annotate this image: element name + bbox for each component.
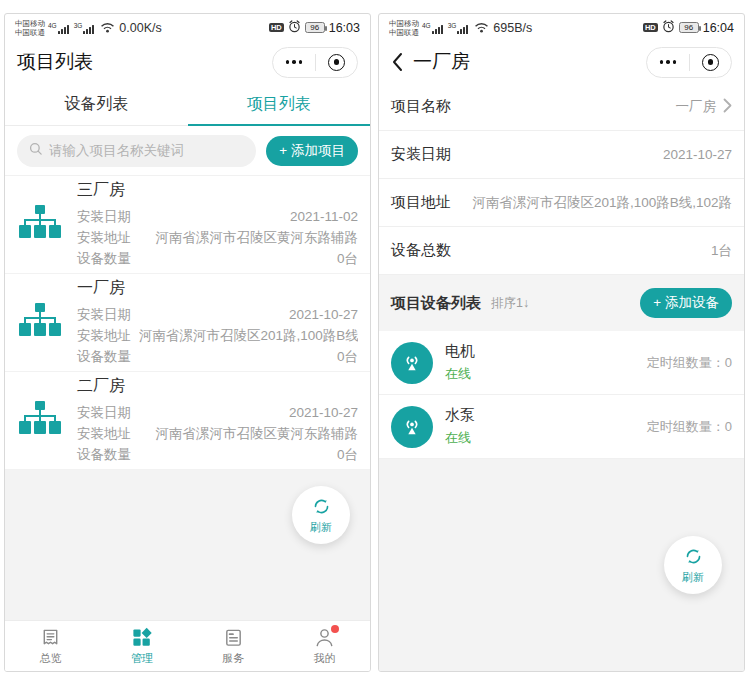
refresh-button[interactable]: 刷新 [664,536,722,594]
more-icon [286,60,303,64]
target-icon [702,54,719,71]
refresh-icon [311,496,332,519]
field-row-project-name[interactable]: 项目名称 一厂房 [379,83,744,131]
battery-icon: 96 [305,22,325,33]
screen-project-detail: 中国移动 中国联通 4G 3G 695B/s HD 96 16:04 [378,13,745,672]
clock-time: 16:03 [329,21,360,35]
project-card[interactable]: 二厂房 安装日期2021-10-27 安装地址河南省漯河市召陵区黄河东路辅路 设… [5,372,370,470]
device-list-section-header: 项目设备列表 排序1↓ + 添加设备 [379,275,744,331]
battery-icon: 96 [679,22,699,33]
field-label: 设备数量 [77,346,131,367]
capsule-close-button[interactable] [316,48,358,77]
field-label: 设备数量 [77,248,131,269]
notification-badge [331,625,339,633]
person-icon [314,627,335,649]
sitemap-icon [17,303,63,343]
sitemap-icon [17,205,63,245]
signal-bars-icon: 4G [422,22,444,34]
field-label: 安装地址 [77,227,131,248]
page-title: 一厂房 [413,49,470,75]
search-row: + 添加项目 [5,126,370,176]
nav-header: 项目列表 [5,41,370,83]
hd-badge-icon: HD [269,23,284,33]
clock-time: 16:04 [703,21,734,35]
tab-device-list[interactable]: 设备列表 [5,83,188,125]
tab-mine[interactable]: 我的 [279,621,370,671]
project-name: 三厂房 [77,180,358,201]
device-row[interactable]: 电机 在线 定时组数量：0 [379,331,744,395]
field-value: 0台 [139,444,358,465]
field-value: 0台 [139,346,358,367]
timer-group-count: 定时组数量：0 [647,418,732,436]
bottom-tab-bar: 总览 管理 服务 我的 [5,620,370,671]
refresh-button[interactable]: 刷新 [292,486,350,544]
tab-label: 我的 [313,651,335,666]
add-device-button[interactable]: + 添加设备 [640,288,732,318]
device-status: 在线 [445,429,475,447]
field-label: 安装地址 [77,325,131,346]
tab-service[interactable]: 服务 [188,621,279,671]
target-icon [328,54,345,71]
top-tabs: 设备列表 项目列表 [5,83,370,126]
tab-label: 服务 [222,651,244,666]
sitemap-icon [17,401,63,441]
signal-bars-icon: 4G [48,22,70,34]
project-card[interactable]: 一厂房 安装日期2021-10-27 安装地址河南省漯河市召陵区201路,100… [5,274,370,372]
alarm-clock-icon [288,20,301,36]
more-icon [660,60,677,64]
broadcast-icon [391,406,433,448]
tab-manage[interactable]: 管理 [96,621,187,671]
field-value: 河南省漯河市召陵区201路,100路B线,102路 [472,194,732,212]
nav-header: 一厂房 [379,41,744,83]
device-name: 电机 [445,342,475,361]
timer-group-count: 定时组数量：0 [647,354,732,372]
tab-overview[interactable]: 总览 [5,621,96,671]
field-value: 河南省漯河市召陵区201路,100路B线,102路 [139,325,358,346]
empty-area: 刷新 [5,470,370,620]
project-name: 二厂房 [77,376,358,397]
device-row[interactable]: 水泵 在线 定时组数量：0 [379,395,744,459]
field-label: 安装日期 [77,402,131,423]
search-icon [29,142,43,160]
project-card[interactable]: 三厂房 安装日期2021-11-02 安装地址河南省漯河市召陵区黄河东路辅路 设… [5,176,370,274]
service-doc-icon [223,627,244,649]
sort-toggle[interactable]: 排序1↓ [491,295,529,312]
field-row-install-date: 安装日期 2021-10-27 [379,131,744,179]
chevron-right-icon [723,98,732,116]
field-value: 河南省漯河市召陵区黄河东路辅路 [139,423,358,444]
field-label: 设备数量 [77,444,131,465]
field-value: 0台 [139,248,358,269]
network-speed: 0.00K/s [119,21,161,35]
refresh-label: 刷新 [682,570,704,585]
search-box[interactable] [17,135,256,167]
broadcast-icon [391,342,433,384]
add-project-button[interactable]: + 添加项目 [266,136,358,166]
back-button[interactable] [391,52,403,72]
miniapp-capsule [646,47,732,78]
field-label: 安装日期 [77,304,131,325]
field-row-device-total: 设备总数 1台 [379,227,744,275]
capsule-close-button[interactable] [690,48,732,77]
dual-phone-screenshot: 中国移动 中国联通 4G 3G 0.00K/s HD 96 16:03 项目列表 [0,0,750,681]
field-value: 1台 [711,242,732,260]
alarm-clock-icon [662,20,675,36]
network-speed: 695B/s [493,21,532,35]
screen-project-list: 中国移动 中国联通 4G 3G 0.00K/s HD 96 16:03 项目列表 [4,13,371,672]
overview-doc-icon [40,627,61,649]
wifi-icon [100,22,115,33]
field-label: 安装地址 [77,423,131,444]
more-options-button[interactable] [273,48,315,77]
refresh-label: 刷新 [310,520,332,535]
status-bar: 中国移动 中国联通 4G 3G 0.00K/s HD 96 16:03 [5,14,370,41]
field-value: 2021-10-27 [663,147,732,162]
search-input[interactable] [49,143,244,158]
field-value: 2021-11-02 [139,206,358,227]
field-value: 2021-10-27 [139,402,358,423]
wifi-icon [474,22,489,33]
hd-badge-icon: HD [643,23,658,33]
device-status: 在线 [445,365,475,383]
more-options-button[interactable] [647,48,689,77]
field-value: 一厂房 [676,98,717,116]
section-title: 项目设备列表 [391,294,481,313]
tab-project-list[interactable]: 项目列表 [188,83,371,125]
